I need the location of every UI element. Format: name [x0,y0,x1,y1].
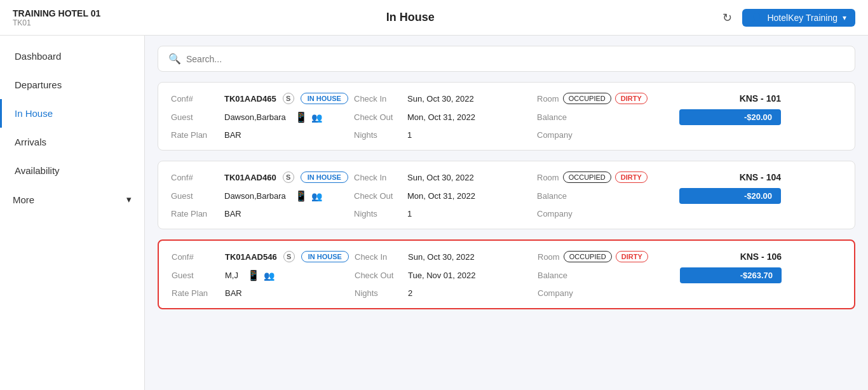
rateplan-label: Rate Plan [171,209,222,219]
balance-label: Balance [537,191,677,201]
dirty-badge: DIRTY [615,171,648,183]
balance-label: Balance [538,271,677,280]
sidebar-item-dashboard[interactable]: Dashboard [0,42,144,71]
status-badge: IN HOUSE [301,171,348,183]
nights-label: Nights [354,209,405,219]
search-bar[interactable]: 🔍 [158,46,855,72]
card-row-3: Rate Plan BAR Nights 1 Company [171,209,842,219]
nights-value: 1 [407,130,534,140]
card-row-1: Conf# TK01AAD460 S IN HOUSE Check In Sun… [171,171,842,183]
room-status-area: Room OCCUPIED DIRTY [537,93,677,104]
sidebar-item-departures[interactable]: Departures [0,71,144,99]
s-icon: S [283,251,295,262]
tablet-icon: 📱 [247,269,260,281]
occupied-badge: OCCUPIED [564,251,612,262]
room-number: KNS - 101 [679,93,781,104]
card-row-2: Guest M,J 📱 👥 Check Out Tue, Nov 01, 202… [172,267,841,283]
s-icon: S [283,93,294,104]
user-menu-button[interactable]: 👤 HotelKey Training ▾ [742,9,855,27]
card-row-2: Guest Dawson,Barbara 📱 👥 Check Out Mon, … [171,109,842,125]
tablet-icon: 📱 [295,111,308,123]
checkin-value: Sun, Oct 30, 2022 [407,94,534,104]
conf-label: Conf# [172,252,222,262]
reservation-card-1[interactable]: Conf# TK01AAD460 S IN HOUSE Check In Sun… [158,161,855,229]
balance-button[interactable]: -$20.00 [679,109,781,125]
sidebar-label-availability: Availability [15,165,60,176]
group-icon: 👥 [311,112,322,123]
checkin-label: Check In [355,252,405,262]
main-layout: Dashboard Departures In House Arrivals A… [0,36,868,390]
conf-number: TK01AAD465 [224,94,276,104]
main-content: 🔍 Conf# TK01AAD465 S IN HOUSE Check In S… [145,36,868,390]
reservation-card-0[interactable]: Conf# TK01AAD465 S IN HOUSE Check In Sun… [158,82,855,151]
hotel-name: TRAINING HOTEL 01 [13,8,100,18]
group-icon: 👥 [311,191,322,201]
checkin-label: Check In [354,173,405,182]
search-icon: 🔍 [168,53,181,65]
refresh-button[interactable]: ↻ [720,8,735,27]
checkin-value: Sun, Oct 30, 2022 [407,173,534,182]
balance-button[interactable]: -$20.00 [679,188,781,204]
checkout-value: Mon, Oct 31, 2022 [407,112,534,122]
guest-label: Guest [172,271,222,280]
hotel-code: TK01 [13,18,100,27]
guest-icons: 📱 👥 [295,111,322,123]
status-badge: IN HOUSE [301,93,348,104]
rateplan-label: Rate Plan [172,288,222,298]
s-icon: S [283,171,294,183]
nights-value: 2 [408,288,535,298]
room-label: Room [538,252,560,262]
rateplan-value: BAR [224,130,351,140]
tablet-icon: 📱 [295,190,308,202]
sidebar-label-inhouse: In House [15,108,53,119]
guest-label: Guest [171,191,222,201]
room-status-area: Room OCCUPIED DIRTY [537,171,677,183]
conf-label: Conf# [171,173,222,182]
guest-name: Dawson,Barbara [224,112,286,122]
checkin-value: Sun, Oct 30, 2022 [408,252,535,262]
checkout-label: Check Out [354,112,405,122]
dirty-badge: DIRTY [616,251,648,262]
company-label: Company [538,288,677,298]
card-row-2: Guest Dawson,Barbara 📱 👥 Check Out Mon, … [171,188,842,204]
balance-button[interactable]: -$263.70 [680,267,782,283]
checkin-label: Check In [354,94,405,104]
balance-label: Balance [537,112,677,122]
sidebar-item-availability[interactable]: Availability [0,156,144,185]
sidebar-item-inhouse[interactable]: In House [0,99,144,128]
card-row-3: Rate Plan BAR Nights 1 Company [171,130,842,140]
checkout-label: Check Out [354,191,405,201]
card-row-3: Rate Plan BAR Nights 2 Company [172,288,841,298]
sidebar-item-arrivals[interactable]: Arrivals [0,128,144,156]
page-title: In House [386,11,435,24]
app-header: TRAINING HOTEL 01 TK01 In House ↻ 👤 Hote… [0,0,868,36]
guest-value-area: M,J 📱 👥 [225,269,352,281]
more-label: More [13,194,34,205]
guest-value-area: Dawson,Barbara 📱 👥 [224,190,351,202]
conf-number: TK01AAD460 [224,173,276,182]
rateplan-value: BAR [224,209,351,219]
nights-label: Nights [354,130,405,140]
user-icon: 👤 [751,13,762,23]
guest-icons: 📱 👥 [247,269,275,281]
conf-value-area: TK01AAD460 S IN HOUSE [224,171,351,183]
status-badge: IN HOUSE [301,251,349,262]
sidebar-label-dashboard: Dashboard [15,51,61,62]
sidebar-label-arrivals: Arrivals [15,137,46,147]
company-label: Company [537,209,677,219]
guest-icons: 📱 👥 [295,190,322,202]
group-icon: 👥 [264,271,275,281]
guest-value-area: Dawson,Barbara 📱 👥 [224,111,351,123]
conf-number: TK01AAD546 [225,252,277,262]
nights-value: 1 [407,209,534,219]
chevron-down-icon: ▾ [126,194,132,205]
room-number: KNS - 106 [680,252,782,262]
search-input[interactable] [186,54,844,64]
hotel-info: TRAINING HOTEL 01 TK01 [13,8,100,27]
reservation-card-2[interactable]: Conf# TK01AAD546 S IN HOUSE Check In Sun… [158,239,855,309]
room-status-area: Room OCCUPIED DIRTY [538,251,677,262]
sidebar-item-more[interactable]: More ▾ [0,185,144,214]
guest-name: M,J [225,271,238,280]
guest-label: Guest [171,112,222,122]
checkout-value: Mon, Oct 31, 2022 [407,191,534,201]
